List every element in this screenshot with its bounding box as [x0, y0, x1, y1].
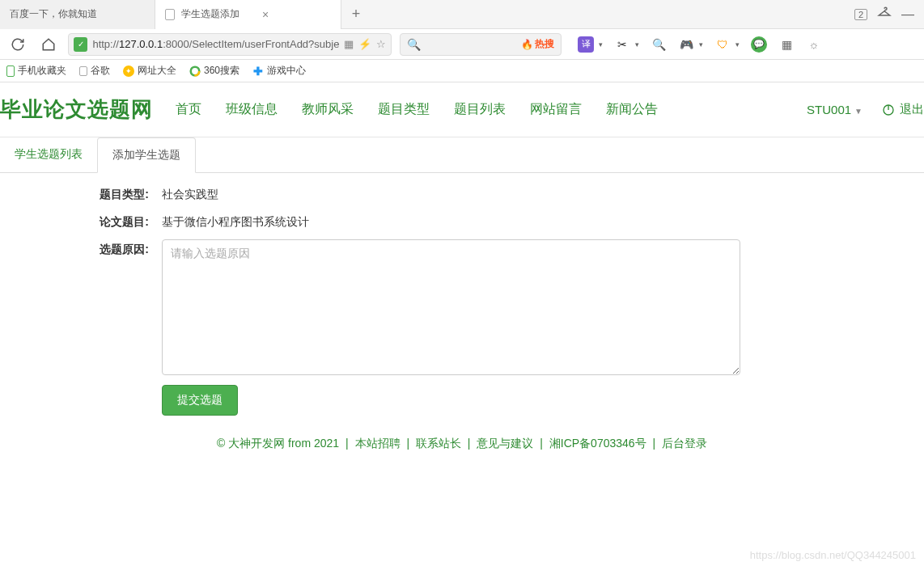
site-nav: 毕业论文选题网 首页 班级信息 教师风采 题目类型 题目列表 网站留言 新闻公告… [0, 82, 924, 137]
watermark: https://blog.csdn.net/QQ344245001 [750, 549, 916, 561]
value-topic-type: 社会实践型 [162, 184, 218, 202]
nav-topic-list[interactable]: 题目列表 [454, 101, 506, 118]
tab-add-topic[interactable]: 添加学生选题 [97, 137, 196, 173]
form-area: 题目类型: 社会实践型 论文题目: 基于微信小程序图书系统设计 选题原因: 提交… [0, 173, 924, 432]
browser-tab-inactive[interactable]: 百度一下，你就知道 [0, 0, 155, 29]
bookmarks-bar: 手机收藏夹 谷歌 ✦网址大全 360搜索 ✚游戏中心 [0, 60, 924, 82]
star-icon[interactable]: ☆ [376, 38, 386, 50]
shield-icon: ✓ [74, 37, 87, 52]
bookmark-item[interactable]: 谷歌 [79, 64, 110, 78]
browser-tab-active[interactable]: 学生选题添加 × [155, 0, 341, 29]
chat-icon[interactable]: 💬 [751, 36, 767, 53]
phone-icon [6, 65, 15, 77]
logout-button[interactable]: 退出 [882, 102, 924, 117]
close-icon[interactable]: × [262, 8, 269, 21]
reason-textarea[interactable] [162, 239, 740, 375]
value-thesis-title: 基于微信小程序图书系统设计 [162, 212, 309, 230]
footer-copyright: © 大神开发网 from 2021 [217, 437, 339, 450]
label-reason: 选题原因: [0, 239, 162, 257]
nav-links: 首页 班级信息 教师风采 题目类型 题目列表 网站留言 新闻公告 [176, 101, 658, 118]
page-icon [165, 9, 175, 20]
hot-search-label[interactable]: 🔥热搜 [521, 37, 554, 51]
gamepad-icon[interactable]: 🎮 [678, 36, 694, 53]
footer: © 大神开发网 from 2021 | 本站招聘 | 联系站长 | 意见与建议 … [0, 432, 924, 456]
user-dropdown[interactable]: STU001▼ [807, 103, 863, 116]
translate-icon[interactable]: 译 [578, 36, 594, 53]
bookmark-item[interactable]: ✚游戏中心 [252, 64, 306, 78]
power-icon [882, 103, 895, 116]
toolbar-icons: 译▾ ✂▾ 🔍 🎮▾ 🛡▾ 💬 ▦ ☼ [578, 36, 822, 53]
footer-link[interactable]: 本站招聘 [355, 437, 401, 450]
tab-count-badge[interactable]: 2 [854, 9, 867, 20]
scissors-icon[interactable]: ✂ [614, 36, 630, 53]
address-bar[interactable]: ✓ http://127.0.0.1:8000/SelectItem/userF… [68, 33, 392, 56]
plus-icon: ✚ [252, 65, 264, 77]
bookmark-item[interactable]: 手机收藏夹 [6, 64, 66, 78]
page-icon [79, 66, 87, 76]
submit-button[interactable]: 提交选题 [162, 385, 238, 416]
page-tabs: 学生选题列表 添加学生选题 [0, 137, 924, 173]
nav-class-info[interactable]: 班级信息 [226, 101, 278, 118]
nav-guestbook[interactable]: 网站留言 [530, 101, 582, 118]
bolt-icon[interactable]: ⚡ [358, 38, 371, 50]
security-icon[interactable]: 🛡 [714, 36, 731, 53]
browser-tab-strip: 百度一下，你就知道 学生选题添加 × + 2 — [0, 0, 924, 29]
globe-icon: ✦ [123, 65, 134, 77]
360-icon [189, 65, 201, 77]
footer-link[interactable]: 湘ICP备0703346号 [549, 437, 646, 450]
footer-link[interactable]: 后台登录 [662, 437, 707, 450]
nav-teachers[interactable]: 教师风采 [302, 101, 354, 118]
url-text: http://127.0.0.1:8000/SelectItem/userFro… [92, 38, 339, 50]
label-thesis-title: 论文题目: [0, 212, 162, 230]
search-box[interactable]: 🔍 🔥热搜 [400, 33, 562, 56]
nav-topic-type[interactable]: 题目类型 [378, 101, 430, 118]
bookmark-item[interactable]: 360搜索 [189, 64, 239, 78]
search-icon: 🔍 [407, 38, 421, 51]
footer-link[interactable]: 意见与建议 [477, 437, 533, 450]
footer-link[interactable]: 联系站长 [416, 437, 461, 450]
bookmark-item[interactable]: ✦网址大全 [123, 64, 176, 78]
reload-button[interactable] [6, 33, 29, 56]
apps-grid-icon[interactable]: ▦ [778, 36, 795, 53]
home-button[interactable] [37, 33, 60, 56]
tab-title: 学生选题添加 [181, 7, 239, 21]
zoom-icon[interactable]: 🔍 [651, 36, 667, 53]
tab-topic-list[interactable]: 学生选题列表 [0, 137, 97, 172]
nav-home[interactable]: 首页 [176, 101, 201, 118]
site-logo[interactable]: 毕业论文选题网 [0, 95, 153, 124]
wardrobe-icon[interactable] [877, 6, 892, 23]
nav-news[interactable]: 新闻公告 [606, 101, 658, 118]
url-bar: ✓ http://127.0.0.1:8000/SelectItem/userF… [0, 29, 924, 60]
tab-title: 百度一下，你就知道 [10, 7, 97, 21]
label-topic-type: 题目类型: [0, 184, 162, 202]
qr-icon[interactable]: ▦ [344, 38, 354, 50]
minimize-icon[interactable]: — [901, 7, 914, 22]
new-tab-button[interactable]: + [341, 6, 371, 23]
theme-icon[interactable]: ☼ [806, 36, 822, 53]
